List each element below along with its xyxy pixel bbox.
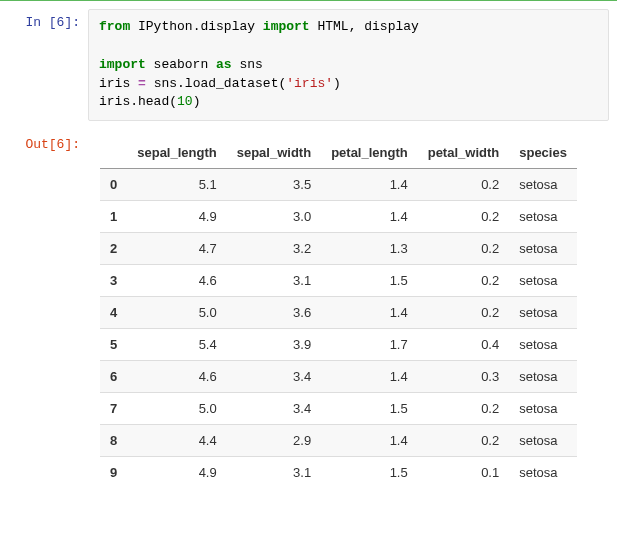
column-header: sepal_length: [127, 137, 226, 169]
cell-value: setosa: [509, 393, 577, 425]
table-row: 75.03.41.50.2setosa: [100, 393, 577, 425]
cell-value: setosa: [509, 233, 577, 265]
code-keyword: import: [99, 57, 146, 72]
table-row: 64.63.41.40.3setosa: [100, 361, 577, 393]
cell-value: 0.2: [418, 297, 510, 329]
cell-value: 0.2: [418, 425, 510, 457]
cell-value: 3.0: [227, 201, 321, 233]
cell-value: setosa: [509, 169, 577, 201]
code-text: iris.head(: [99, 94, 177, 109]
table-row: 55.43.91.70.4setosa: [100, 329, 577, 361]
cell-value: 3.9: [227, 329, 321, 361]
cell-value: 0.2: [418, 393, 510, 425]
table-row: 05.13.51.40.2setosa: [100, 169, 577, 201]
table-row: 34.63.11.50.2setosa: [100, 265, 577, 297]
cell-value: 4.9: [127, 457, 226, 489]
cell-value: 1.5: [321, 457, 418, 489]
cell-value: 1.3: [321, 233, 418, 265]
column-header: sepal_width: [227, 137, 321, 169]
code-text: iris: [99, 76, 138, 91]
table-row: 24.73.21.30.2setosa: [100, 233, 577, 265]
cell-value: 5.1: [127, 169, 226, 201]
cell-value: setosa: [509, 361, 577, 393]
cell-value: setosa: [509, 297, 577, 329]
code-number: 10: [177, 94, 193, 109]
cell-value: 1.4: [321, 361, 418, 393]
cell-value: setosa: [509, 201, 577, 233]
index-header: [100, 137, 127, 169]
code-string: 'iris': [286, 76, 333, 91]
output-area: sepal_lengthsepal_widthpetal_lengthpetal…: [88, 131, 617, 488]
column-header: species: [509, 137, 577, 169]
cell-value: 2.9: [227, 425, 321, 457]
code-keyword: from: [99, 19, 130, 34]
cell-value: 0.2: [418, 169, 510, 201]
table-row: 84.42.91.40.2setosa: [100, 425, 577, 457]
notebook-cell: In [6]: from IPython.display import HTML…: [0, 0, 617, 488]
code-operator: =: [138, 76, 146, 91]
cell-value: 3.2: [227, 233, 321, 265]
cell-value: 1.4: [321, 201, 418, 233]
cell-value: 1.7: [321, 329, 418, 361]
column-header: petal_length: [321, 137, 418, 169]
code-input[interactable]: from IPython.display import HTML, displa…: [88, 9, 609, 121]
row-index: 2: [100, 233, 127, 265]
cell-value: 4.6: [127, 361, 226, 393]
code-keyword: as: [216, 57, 232, 72]
cell-value: 0.2: [418, 265, 510, 297]
cell-value: setosa: [509, 329, 577, 361]
cell-value: setosa: [509, 425, 577, 457]
code-text: sns.load_dataset(: [146, 76, 286, 91]
input-row: In [6]: from IPython.display import HTML…: [0, 9, 617, 121]
cell-value: 4.9: [127, 201, 226, 233]
cell-value: 0.1: [418, 457, 510, 489]
table-body: 05.13.51.40.2setosa14.93.01.40.2setosa24…: [100, 169, 577, 489]
row-index: 9: [100, 457, 127, 489]
code-text: ): [333, 76, 341, 91]
input-prompt: In [6]:: [0, 9, 88, 30]
row-index: 1: [100, 201, 127, 233]
output-row: Out[6]: sepal_lengthsepal_widthpetal_len…: [0, 131, 617, 488]
cell-value: 3.1: [227, 265, 321, 297]
cell-value: 3.1: [227, 457, 321, 489]
cell-value: 0.3: [418, 361, 510, 393]
row-index: 5: [100, 329, 127, 361]
output-prompt: Out[6]:: [0, 131, 88, 152]
cell-value: 3.4: [227, 361, 321, 393]
cell-value: 3.5: [227, 169, 321, 201]
row-index: 4: [100, 297, 127, 329]
code-text: IPython.display: [130, 19, 263, 34]
table-row: 45.03.61.40.2setosa: [100, 297, 577, 329]
cell-value: 0.2: [418, 201, 510, 233]
cell-value: setosa: [509, 457, 577, 489]
cell-value: 1.4: [321, 297, 418, 329]
cell-value: 4.6: [127, 265, 226, 297]
cell-value: 5.0: [127, 297, 226, 329]
code-text: sns: [232, 57, 263, 72]
code-text: ): [193, 94, 201, 109]
code-keyword: import: [263, 19, 310, 34]
table-row: 94.93.11.50.1setosa: [100, 457, 577, 489]
cell-value: 1.4: [321, 425, 418, 457]
table-row: 14.93.01.40.2setosa: [100, 201, 577, 233]
row-index: 6: [100, 361, 127, 393]
dataframe-table: sepal_lengthsepal_widthpetal_lengthpetal…: [100, 137, 577, 488]
code-text: seaborn: [146, 57, 216, 72]
cell-value: 4.4: [127, 425, 226, 457]
row-index: 0: [100, 169, 127, 201]
code-text: HTML, display: [310, 19, 419, 34]
cell-value: 1.5: [321, 393, 418, 425]
cell-value: 0.4: [418, 329, 510, 361]
cell-value: 1.4: [321, 169, 418, 201]
cell-value: 3.6: [227, 297, 321, 329]
row-index: 3: [100, 265, 127, 297]
cell-value: 1.5: [321, 265, 418, 297]
cell-value: 5.4: [127, 329, 226, 361]
cell-value: 3.4: [227, 393, 321, 425]
cell-value: 5.0: [127, 393, 226, 425]
cell-value: setosa: [509, 265, 577, 297]
table-header: sepal_lengthsepal_widthpetal_lengthpetal…: [100, 137, 577, 169]
column-header: petal_width: [418, 137, 510, 169]
row-index: 7: [100, 393, 127, 425]
row-index: 8: [100, 425, 127, 457]
